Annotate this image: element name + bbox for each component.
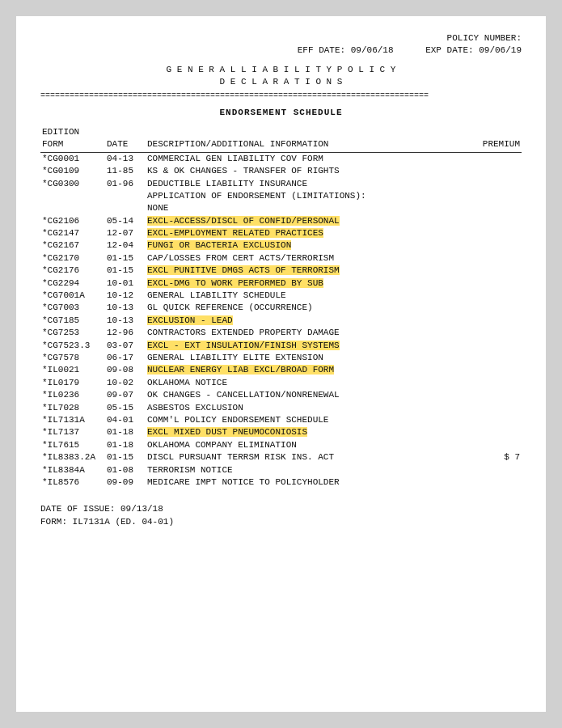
cell-desc: EXCL-ACCESS/DISCL OF CONFID/PERSONAL — [146, 215, 473, 227]
policy-number-label: POLICY NUMBER: — [40, 32, 522, 44]
cell-date: 01-18 — [105, 426, 146, 438]
cell-desc: EXCL - EXT INSULATION/FINISH SYSTEMS — [146, 340, 473, 352]
cell-form: *CG0300 — [40, 178, 105, 190]
cell-form: *IL0021 — [40, 364, 105, 376]
cell-date: 09-08 — [105, 364, 146, 376]
cell-form: *CG0001 — [40, 152, 105, 165]
cell-premium — [473, 277, 522, 290]
table-row: *CG214712-07EXCL-EMPLOYMENT RELATED PRAC… — [40, 227, 522, 239]
cell-date: 10-13 — [105, 302, 146, 314]
page: POLICY NUMBER: EFF DATE: 09/06/18 EXP DA… — [16, 16, 546, 712]
cell-form: *CG2167 — [40, 239, 105, 252]
divider-equals: ========================================… — [40, 91, 522, 102]
cell-form: *IL0236 — [40, 389, 105, 401]
cell-form — [40, 202, 105, 214]
cell-date: 05-14 — [105, 215, 146, 227]
cell-date: 09-07 — [105, 389, 146, 401]
cell-premium — [473, 290, 522, 302]
table-row: *IL7131A04-01COMM'L POLICY ENDORSEMENT S… — [40, 414, 522, 426]
cell-form: *IL8576 — [40, 476, 105, 489]
cell-desc: OKLAHOMA COMPANY ELIMINATION — [146, 439, 473, 451]
cell-desc: FUNGI OR BACTERIA EXCLUSION — [146, 239, 473, 252]
table-row: *CG000104-13COMMERCIAL GEN LIABILITY COV… — [40, 152, 522, 165]
eff-date: EFF DATE: 09/06/18 — [298, 45, 394, 55]
cell-form: *CG2170 — [40, 252, 105, 265]
cell-date: 01-15 — [105, 451, 146, 463]
cell-form: *CG0109 — [40, 165, 105, 177]
cell-form: *IL7137 — [40, 426, 105, 438]
cell-desc: OKLAHOMA NOTICE — [146, 377, 473, 389]
table-row: *CG216712-04FUNGI OR BACTERIA EXCLUSION — [40, 239, 522, 252]
cell-premium: $ 7 — [473, 451, 522, 463]
table-row: *CG7523.303-07EXCL - EXT INSULATION/FINI… — [40, 340, 522, 352]
cell-form: *CG2147 — [40, 227, 105, 239]
cell-premium — [473, 364, 522, 376]
cell-desc: EXCL-DMG TO WORK PERFORMED BY SUB — [146, 277, 473, 290]
cell-form — [40, 190, 105, 202]
table-row: *CG217001-15CAP/LOSSES FROM CERT ACTS/TE… — [40, 252, 522, 265]
cell-premium — [473, 227, 522, 239]
cell-form: *IL0179 — [40, 377, 105, 389]
cell-date: 04-01 — [105, 414, 146, 426]
cell-form: *CG7185 — [40, 315, 105, 327]
cell-premium — [473, 265, 522, 277]
cell-premium — [473, 178, 522, 190]
cell-desc: COMM'L POLICY ENDORSEMENT SCHEDULE — [146, 414, 473, 426]
cell-form: *IL7028 — [40, 402, 105, 414]
table-row: *IL8383.2A01-15DISCL PURSUANT TERRSM RIS… — [40, 451, 522, 463]
cell-form: *IL8384A — [40, 464, 105, 476]
cell-form: *CG7001A — [40, 290, 105, 302]
cell-date: 10-12 — [105, 290, 146, 302]
cell-desc: ASBESTOS EXCLUSION — [146, 402, 473, 414]
cell-desc: CONTRACTORS EXTENDED PROPERTY DAMAGE — [146, 327, 473, 339]
table-row: *CG700310-13GL QUICK REFERENCE (OCCURREN… — [40, 302, 522, 314]
table-row: *IL002109-08NUCLEAR ENERGY LIAB EXCL/BRO… — [40, 364, 522, 376]
cell-form: *IL8383.2A — [40, 451, 105, 463]
col-form-header: EDITION FORM — [40, 125, 105, 152]
cell-premium — [473, 239, 522, 252]
table-row: *IL017910-02OKLAHOMA NOTICE — [40, 377, 522, 389]
cell-date: 12-96 — [105, 327, 146, 339]
form-info: FORM: IL7131A (ED. 04-01) — [40, 516, 522, 528]
cell-form: *CG2106 — [40, 215, 105, 227]
col-premium-header: PREMIUM — [473, 125, 522, 152]
cell-premium — [473, 202, 522, 214]
col-desc-header: DESCRIPTION/ADDITIONAL INFORMATION — [146, 125, 473, 152]
table-row: NONE — [40, 202, 522, 214]
cell-premium — [473, 252, 522, 265]
cell-date: 04-13 — [105, 152, 146, 165]
cell-desc: NUCLEAR ENERGY LIAB EXCL/BROAD FORM — [146, 364, 473, 376]
cell-desc: COMMERCIAL GEN LIABILITY COV FORM — [146, 152, 473, 165]
cell-premium — [473, 439, 522, 451]
cell-premium — [473, 302, 522, 314]
cell-form: *CG7253 — [40, 327, 105, 339]
cell-date: 01-96 — [105, 178, 146, 190]
table-row: *IL761501-18OKLAHOMA COMPANY ELIMINATION — [40, 439, 522, 451]
cell-date: 09-09 — [105, 476, 146, 489]
cell-date — [105, 202, 146, 214]
endorsement-table: EDITION FORM DATE DESCRIPTION/ADDITIONAL… — [40, 125, 522, 489]
table-row: *CG030001-96DEDUCTIBLE LIABILITY INSURAN… — [40, 178, 522, 190]
cell-date: 01-18 — [105, 439, 146, 451]
table-row: *CG725312-96CONTRACTORS EXTENDED PROPERT… — [40, 327, 522, 339]
cell-date: 12-04 — [105, 239, 146, 252]
cell-desc: MEDICARE IMPT NOTICE TO POLICYHOLDER — [146, 476, 473, 489]
cell-desc: EXCL PUNITIVE DMGS ACTS OF TERRORISM — [146, 265, 473, 277]
cell-premium — [473, 327, 522, 339]
cell-desc: DISCL PURSUANT TERRSM RISK INS. ACT — [146, 451, 473, 463]
cell-form: *IL7615 — [40, 439, 105, 451]
table-row: *CG217601-15EXCL PUNITIVE DMGS ACTS OF T… — [40, 265, 522, 277]
cell-desc: EXCL MIXED DUST PNEUMOCONIOSIS — [146, 426, 473, 438]
cell-premium — [473, 426, 522, 438]
cell-date: 05-15 — [105, 402, 146, 414]
cell-desc: APPLICATION OF ENDORSEMENT (LIMITATIONS)… — [146, 190, 473, 202]
cell-date: 10-02 — [105, 377, 146, 389]
cell-desc: EXCL-EMPLOYMENT RELATED PRACTICES — [146, 227, 473, 239]
cell-desc: KS & OK CHANGES - TRANSFER OF RIGHTS — [146, 165, 473, 177]
cell-premium — [473, 190, 522, 202]
cell-date: 11-85 — [105, 165, 146, 177]
cell-premium — [473, 402, 522, 414]
cell-desc: GENERAL LIABILITY SCHEDULE — [146, 290, 473, 302]
table-row: *CG718510-13EXCLUSION - LEAD — [40, 315, 522, 327]
cell-date: 01-08 — [105, 464, 146, 476]
